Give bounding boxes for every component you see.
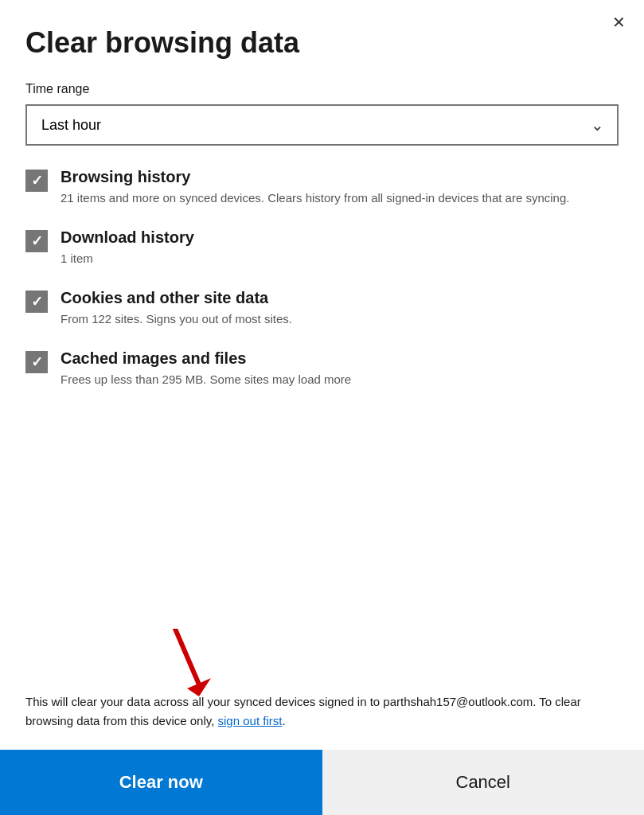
browsing-history-item: Browsing history 21 items and more on sy… [25, 168, 619, 206]
svg-line-0 [175, 629, 199, 684]
cancel-button[interactable]: Cancel [322, 750, 645, 815]
sync-notice-text-after: . [282, 714, 285, 727]
download-history-checkbox[interactable] [25, 230, 48, 252]
sync-notice-text-before: This will clear your data across all you… [25, 695, 581, 727]
time-range-select[interactable]: Last hour Last 24 hours Last 7 days Last… [25, 104, 619, 146]
sign-out-first-link[interactable]: sign out first [218, 714, 283, 727]
cached-images-checkbox[interactable] [25, 351, 48, 373]
browsing-history-desc: 21 items and more on synced devices. Cle… [60, 189, 619, 206]
dialog-title: Clear browsing data [25, 25, 619, 60]
clear-now-button[interactable]: Clear now [0, 750, 322, 815]
sync-notice: This will clear your data across all you… [25, 692, 619, 731]
cookies-checkbox[interactable] [25, 291, 48, 313]
arrow-indicator [159, 629, 223, 712]
browsing-history-label: Browsing history [60, 168, 619, 186]
cookies-item: Cookies and other site data From 122 sit… [25, 289, 619, 327]
download-history-desc: 1 item [60, 250, 619, 267]
browsing-history-checkbox[interactable] [25, 170, 48, 192]
time-range-wrapper: Last hour Last 24 hours Last 7 days Last… [25, 104, 619, 146]
cached-images-item: Cached images and files Frees up less th… [25, 349, 619, 388]
download-history-label: Download history [60, 228, 619, 247]
close-button[interactable]: ✕ [606, 10, 631, 35]
cached-images-label: Cached images and files [60, 349, 619, 368]
cookies-desc: From 122 sites. Signs you out of most si… [60, 310, 619, 327]
checkboxes-area: Browsing history 21 items and more on sy… [25, 168, 625, 677]
time-range-label: Time range [25, 82, 619, 96]
cached-images-desc: Frees up less than 295 MB. Some sites ma… [60, 371, 619, 388]
cookies-label: Cookies and other site data [60, 289, 619, 307]
clear-browsing-data-dialog: ✕ Clear browsing data Time range Last ho… [0, 0, 644, 815]
button-row: Clear now Cancel [0, 750, 644, 815]
download-history-item: Download history 1 item [25, 228, 619, 267]
